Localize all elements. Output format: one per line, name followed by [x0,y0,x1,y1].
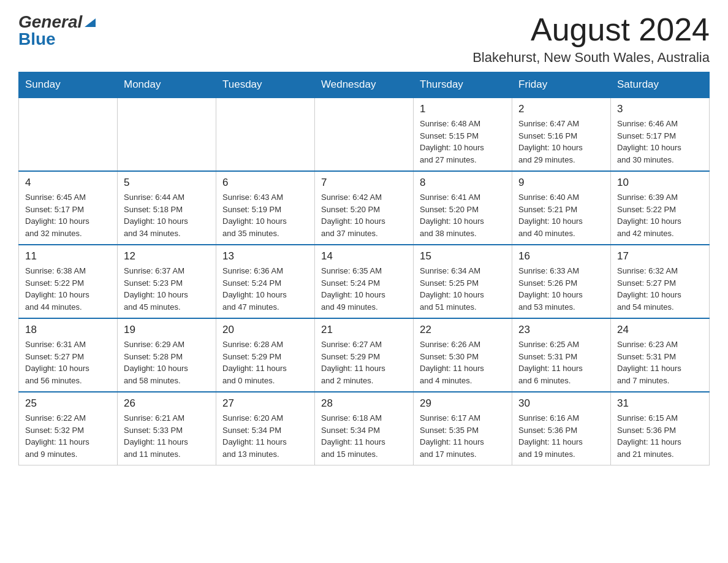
weekday-header-sunday: Sunday [19,72,118,98]
day-number: 26 [124,397,210,410]
day-number: 5 [124,177,210,189]
calendar-day-cell: 22Sunrise: 6:26 AMSunset: 5:30 PMDayligh… [414,318,512,392]
calendar-day-cell: 23Sunrise: 6:25 AMSunset: 5:31 PMDayligh… [512,318,611,392]
day-info: Sunrise: 6:22 AMSunset: 5:32 PMDaylight:… [25,412,111,460]
day-info: Sunrise: 6:17 AMSunset: 5:35 PMDaylight:… [420,412,506,460]
calendar-day-cell: 17Sunrise: 6:32 AMSunset: 5:27 PMDayligh… [611,245,710,318]
day-number: 9 [518,177,604,189]
day-number: 7 [321,177,407,189]
title-block: August 2024 Blakehurst, New South Wales,… [472,12,710,66]
page-header: General Blue August 2024 Blakehurst, New… [18,12,710,66]
day-number: 17 [617,250,703,262]
day-info: Sunrise: 6:42 AMSunset: 5:20 PMDaylight:… [321,191,407,239]
day-info: Sunrise: 6:31 AMSunset: 5:27 PMDaylight:… [25,339,111,386]
day-info: Sunrise: 6:15 AMSunset: 5:36 PMDaylight:… [617,412,703,460]
weekday-header-monday: Monday [118,72,216,98]
day-info: Sunrise: 6:36 AMSunset: 5:24 PMDaylight:… [222,265,308,313]
weekday-header-row: SundayMondayTuesdayWednesdayThursdayFrid… [19,72,710,98]
day-info: Sunrise: 6:23 AMSunset: 5:31 PMDaylight:… [617,339,703,386]
calendar-day-cell: 26Sunrise: 6:21 AMSunset: 5:33 PMDayligh… [118,392,216,465]
calendar-week-row: 4Sunrise: 6:45 AMSunset: 5:17 PMDaylight… [19,171,710,245]
day-number: 24 [617,324,703,336]
calendar-day-cell: 3Sunrise: 6:46 AMSunset: 5:17 PMDaylight… [611,98,710,171]
day-number: 28 [321,397,407,410]
calendar-day-cell: 4Sunrise: 6:45 AMSunset: 5:17 PMDaylight… [19,171,118,245]
day-info: Sunrise: 6:38 AMSunset: 5:22 PMDaylight:… [25,265,111,313]
day-info: Sunrise: 6:40 AMSunset: 5:21 PMDaylight:… [518,191,604,239]
calendar-day-cell [19,98,118,171]
day-number: 20 [222,324,308,336]
calendar-day-cell: 2Sunrise: 6:47 AMSunset: 5:16 PMDaylight… [512,98,611,171]
weekday-header-friday: Friday [512,72,611,98]
day-number: 22 [420,324,506,336]
calendar-day-cell: 11Sunrise: 6:38 AMSunset: 5:22 PMDayligh… [19,245,118,318]
day-info: Sunrise: 6:44 AMSunset: 5:18 PMDaylight:… [124,191,210,239]
weekday-header-thursday: Thursday [414,72,512,98]
calendar-day-cell: 7Sunrise: 6:42 AMSunset: 5:20 PMDaylight… [315,171,414,245]
calendar-day-cell: 10Sunrise: 6:39 AMSunset: 5:22 PMDayligh… [611,171,710,245]
day-info: Sunrise: 6:18 AMSunset: 5:34 PMDaylight:… [321,412,407,460]
day-info: Sunrise: 6:35 AMSunset: 5:24 PMDaylight:… [321,265,407,313]
calendar-day-cell: 16Sunrise: 6:33 AMSunset: 5:26 PMDayligh… [512,245,611,318]
day-number: 18 [25,324,111,336]
calendar-day-cell: 31Sunrise: 6:15 AMSunset: 5:36 PMDayligh… [611,392,710,465]
calendar-day-cell: 24Sunrise: 6:23 AMSunset: 5:31 PMDayligh… [611,318,710,392]
month-title: August 2024 [472,12,710,47]
calendar-day-cell: 20Sunrise: 6:28 AMSunset: 5:29 PMDayligh… [216,318,315,392]
day-info: Sunrise: 6:25 AMSunset: 5:31 PMDaylight:… [518,339,604,386]
calendar-day-cell [315,98,414,171]
day-info: Sunrise: 6:27 AMSunset: 5:29 PMDaylight:… [321,339,407,386]
calendar-week-row: 11Sunrise: 6:38 AMSunset: 5:22 PMDayligh… [19,245,710,318]
day-number: 23 [518,324,604,336]
calendar-week-row: 18Sunrise: 6:31 AMSunset: 5:27 PMDayligh… [19,318,710,392]
day-number: 3 [617,103,703,115]
day-number: 4 [25,177,111,189]
day-info: Sunrise: 6:32 AMSunset: 5:27 PMDaylight:… [617,265,703,313]
day-number: 2 [518,103,604,115]
day-info: Sunrise: 6:46 AMSunset: 5:17 PMDaylight:… [617,118,703,166]
calendar-day-cell: 21Sunrise: 6:27 AMSunset: 5:29 PMDayligh… [315,318,414,392]
calendar-day-cell: 12Sunrise: 6:37 AMSunset: 5:23 PMDayligh… [118,245,216,318]
day-info: Sunrise: 6:45 AMSunset: 5:17 PMDaylight:… [25,191,111,239]
day-info: Sunrise: 6:33 AMSunset: 5:26 PMDaylight:… [518,265,604,313]
calendar-day-cell: 13Sunrise: 6:36 AMSunset: 5:24 PMDayligh… [216,245,315,318]
day-info: Sunrise: 6:21 AMSunset: 5:33 PMDaylight:… [124,412,210,460]
day-number: 15 [420,250,506,262]
calendar-day-cell: 9Sunrise: 6:40 AMSunset: 5:21 PMDaylight… [512,171,611,245]
day-number: 21 [321,324,407,336]
logo-blue-text: Blue [18,29,56,49]
location-subtitle: Blakehurst, New South Wales, Australia [472,50,710,66]
day-number: 16 [518,250,604,262]
day-number: 29 [420,397,506,410]
calendar-day-cell: 29Sunrise: 6:17 AMSunset: 5:35 PMDayligh… [414,392,512,465]
day-number: 30 [518,397,604,410]
day-info: Sunrise: 6:41 AMSunset: 5:20 PMDaylight:… [420,191,506,239]
day-number: 1 [420,103,506,115]
day-number: 25 [25,397,111,410]
calendar-day-cell: 30Sunrise: 6:16 AMSunset: 5:36 PMDayligh… [512,392,611,465]
calendar-week-row: 1Sunrise: 6:48 AMSunset: 5:15 PMDaylight… [19,98,710,171]
calendar-day-cell [118,98,216,171]
weekday-header-wednesday: Wednesday [315,72,414,98]
calendar-day-cell: 8Sunrise: 6:41 AMSunset: 5:20 PMDaylight… [414,171,512,245]
day-number: 11 [25,250,111,262]
day-number: 31 [617,397,703,410]
day-number: 12 [124,250,210,262]
day-number: 10 [617,177,703,189]
calendar-day-cell: 14Sunrise: 6:35 AMSunset: 5:24 PMDayligh… [315,245,414,318]
day-number: 27 [222,397,308,410]
day-info: Sunrise: 6:16 AMSunset: 5:36 PMDaylight:… [518,412,604,460]
calendar-day-cell: 18Sunrise: 6:31 AMSunset: 5:27 PMDayligh… [19,318,118,392]
weekday-header-tuesday: Tuesday [216,72,315,98]
logo-triangle-icon [83,16,97,29]
calendar-day-cell: 27Sunrise: 6:20 AMSunset: 5:34 PMDayligh… [216,392,315,465]
day-number: 6 [222,177,308,189]
day-number: 8 [420,177,506,189]
day-number: 14 [321,250,407,262]
calendar-day-cell: 6Sunrise: 6:43 AMSunset: 5:19 PMDaylight… [216,171,315,245]
calendar-week-row: 25Sunrise: 6:22 AMSunset: 5:32 PMDayligh… [19,392,710,465]
weekday-header-saturday: Saturday [611,72,710,98]
calendar-day-cell [216,98,315,171]
day-info: Sunrise: 6:48 AMSunset: 5:15 PMDaylight:… [420,118,506,166]
day-number: 13 [222,250,308,262]
